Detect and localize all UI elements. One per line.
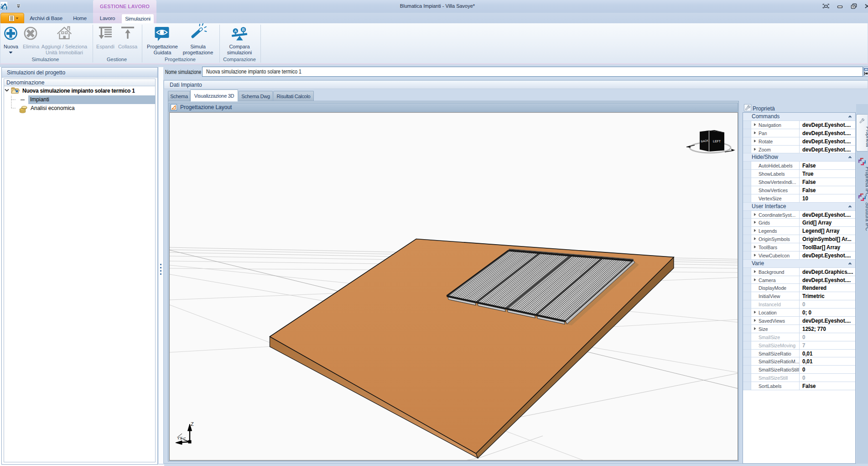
svg-text:YX: YX bbox=[177, 436, 182, 440]
svg-text:Z: Z bbox=[191, 421, 194, 427]
svg-text:A: A bbox=[234, 29, 237, 33]
svg-text:B: B bbox=[242, 27, 244, 32]
svg-text:LEFT: LEFT bbox=[713, 140, 721, 143]
